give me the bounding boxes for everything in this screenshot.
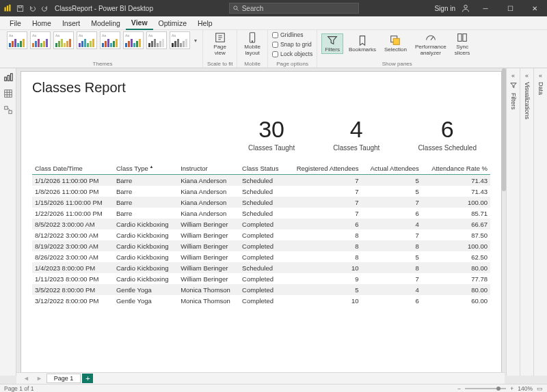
kpi-card: 30Classes Taught	[248, 116, 295, 152]
mobile-layout-button[interactable]: Mobile layout	[241, 31, 263, 57]
table-header[interactable]: Class Status	[239, 163, 286, 175]
signin-link[interactable]: Sign in	[434, 5, 455, 12]
table-header[interactable]: Actual Attendees	[362, 163, 422, 175]
page-tab[interactable]: Page 1	[46, 374, 81, 383]
table-header[interactable]: Instructor	[178, 163, 239, 175]
table-cell: 5	[362, 186, 422, 197]
canvas-scrollbar[interactable]	[500, 68, 507, 253]
table-row[interactable]: 1/1/2026 11:00:00 PMBarreKiana AndersonS…	[32, 175, 490, 186]
minimize-button[interactable]: ─	[476, 0, 495, 16]
theme-thumbnail[interactable]: Aa	[53, 31, 74, 49]
table-cell: 7	[362, 273, 422, 284]
bookmarks-pane-button[interactable]: Bookmarks	[346, 34, 379, 53]
report-table[interactable]: Class Date/TimeClass Type ▲InstructorCla…	[32, 163, 490, 306]
theme-thumbnail[interactable]: Aa	[30, 31, 51, 49]
data-view-icon[interactable]	[3, 89, 13, 98]
menu-tab-insert[interactable]: Insert	[57, 16, 85, 30]
table-cell: 7	[362, 229, 422, 240]
model-view-icon[interactable]	[3, 105, 13, 115]
theme-thumbnail[interactable]: Aa	[100, 31, 120, 49]
svg-rect-15	[463, 34, 466, 42]
redo-icon[interactable]	[40, 3, 49, 13]
kpi-value: 30	[248, 116, 295, 143]
mobile-icon	[246, 31, 258, 44]
user-icon[interactable]	[461, 3, 470, 13]
table-row[interactable]: 8/12/2022 3:00:00 AMCardio KickboxingWil…	[32, 229, 490, 240]
menu-tab-file[interactable]: File	[4, 16, 27, 30]
fit-to-page-icon[interactable]: ▭	[537, 385, 543, 392]
add-page-button[interactable]: +	[82, 374, 93, 383]
table-cell: 87.50	[422, 229, 490, 240]
theme-thumbnail[interactable]: Aa	[7, 31, 27, 49]
table-row[interactable]: 1/22/2026 11:00:00 PMBarreKiana Anderson…	[32, 208, 490, 219]
performance-analyzer-button[interactable]: Performance analyzer	[412, 31, 449, 57]
menu-tab-modeling[interactable]: Modeling	[85, 16, 126, 30]
snap-to-grid-checkbox[interactable]: Snap to grid	[272, 41, 312, 48]
table-header[interactable]: Class Type ▲	[114, 163, 178, 175]
zoom-out-icon[interactable]: −	[457, 385, 461, 392]
theme-thumbnail[interactable]: Aa	[123, 31, 144, 49]
table-cell: 9	[286, 273, 361, 284]
filters-pane-collapsed[interactable]: « Filters	[506, 68, 520, 376]
gridlines-checkbox[interactable]: Gridlines	[272, 31, 304, 38]
table-cell: Completed	[239, 284, 286, 295]
table-cell: Barre	[114, 197, 178, 208]
table-row[interactable]: 3/12/2022 8:00:00 PMGentle YogaMonica Th…	[32, 295, 490, 306]
page-view-button[interactable]: Page view	[211, 31, 229, 57]
table-cell: 1/4/2023 8:00:00 PM	[32, 262, 114, 273]
table-cell: 8/26/2022 3:00:00 AM	[32, 251, 114, 262]
table-cell: Barre	[114, 186, 178, 197]
prev-page-icon[interactable]: ◄	[21, 375, 32, 382]
table-row[interactable]: 8/19/2022 3:00:00 AMCardio KickboxingWil…	[32, 240, 490, 251]
svg-rect-14	[458, 34, 462, 42]
save-icon[interactable]	[15, 3, 25, 13]
filters-pane-button[interactable]: Filters	[321, 33, 343, 54]
close-button[interactable]: ✕	[525, 0, 544, 16]
table-cell: 5	[362, 175, 422, 186]
lock-objects-checkbox[interactable]: Lock objects	[272, 51, 312, 57]
table-header[interactable]: Class Date/Time	[32, 163, 114, 175]
table-row[interactable]: 1/8/2026 11:00:00 PMBarreKiana AndersonS…	[32, 186, 490, 197]
search-input[interactable]: Search	[229, 3, 359, 14]
table-header[interactable]: Registered Attendees	[286, 163, 361, 175]
selection-pane-button[interactable]: Selection	[382, 34, 410, 53]
table-cell: Completed	[239, 251, 286, 262]
table-cell: Kiana Anderson	[178, 197, 239, 208]
table-cell: 4	[362, 219, 422, 229]
themes-more-icon[interactable]: ▾	[193, 38, 198, 44]
menu-tab-home[interactable]: Home	[27, 16, 57, 30]
report-canvas[interactable]: Classes Report 30Classes Taught4Classes …	[21, 71, 502, 373]
menu-tab-help[interactable]: Help	[192, 16, 218, 30]
theme-thumbnail[interactable]: Aa	[170, 31, 190, 49]
maximize-button[interactable]: ☐	[501, 0, 520, 16]
kpi-label: Classes Taught	[248, 144, 295, 152]
zoom-slider[interactable]	[465, 388, 506, 389]
table-row[interactable]: 1/4/2023 8:00:00 PMCardio KickboxingWill…	[32, 262, 490, 273]
gauge-icon	[425, 31, 437, 44]
undo-icon[interactable]	[27, 3, 37, 13]
chevron-left-icon: «	[511, 72, 515, 79]
app-icon	[3, 3, 12, 13]
table-row[interactable]: 1/15/2026 11:00:00 PMBarreKiana Anderson…	[32, 197, 490, 208]
next-page-icon[interactable]: ►	[34, 375, 45, 382]
table-cell: Completed	[239, 219, 286, 229]
data-pane-collapsed[interactable]: « Data	[533, 68, 547, 376]
visualizations-pane-collapsed[interactable]: « Visualizations	[520, 68, 533, 376]
sync-slicers-button[interactable]: Sync slicers	[452, 31, 473, 57]
table-header[interactable]: Attendance Rate %	[422, 163, 490, 175]
table-row[interactable]: 1/11/2023 8:00:00 PMCardio KickboxingWil…	[32, 273, 490, 284]
table-cell: 4	[362, 284, 422, 295]
kpi-value: 4	[333, 116, 379, 143]
table-cell: 7	[286, 175, 361, 186]
menu-tab-view[interactable]: View	[126, 16, 153, 30]
theme-thumbnail[interactable]: Aa	[146, 31, 167, 49]
zoom-in-icon[interactable]: +	[510, 385, 513, 392]
table-row[interactable]: 3/5/2022 8:00:00 PMGentle YogaMonica Tho…	[32, 284, 490, 295]
report-view-icon[interactable]	[3, 72, 13, 82]
menu-tab-optimize[interactable]: Optimize	[153, 16, 192, 30]
theme-thumbnail[interactable]: Aa	[77, 31, 97, 49]
kpi-label: Classes Taught	[333, 144, 379, 152]
table-cell: William Beringer	[178, 240, 239, 251]
table-row[interactable]: 8/26/2022 3:00:00 AMCardio KickboxingWil…	[32, 251, 490, 262]
table-row[interactable]: 8/5/2022 3:00:00 AMCardio KickboxingWill…	[32, 219, 490, 229]
